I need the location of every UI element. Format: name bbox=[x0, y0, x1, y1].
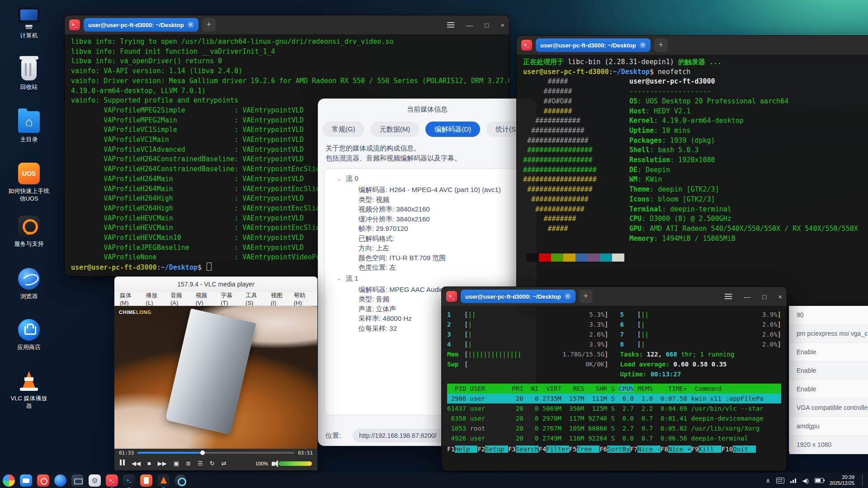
time-current: 01:33 bbox=[119, 450, 134, 456]
terminal1-titlebar[interactable]: >_ user@user-pc-ft-d3000: ~/Desktop✕ + —… bbox=[65, 15, 509, 34]
control-center-icon[interactable]: ⚙ bbox=[89, 474, 101, 487]
fkey-f3[interactable]: F3Search bbox=[508, 444, 538, 454]
terminal-window-htop[interactable]: >_ user@user-pc-ft-d3000: ~/Desktop✕ + —… bbox=[441, 286, 787, 471]
terminal2-tab[interactable]: user@user-pc-ft-d3000: ~/Desktop✕ bbox=[536, 38, 651, 52]
terminal1-tab[interactable]: user@user-pc-ft-d3000: ~/Desktop✕ bbox=[84, 18, 198, 32]
pause-button[interactable] bbox=[120, 457, 125, 470]
vlc-icon bbox=[18, 370, 40, 392]
loop-button[interactable]: ↻ bbox=[210, 457, 215, 470]
terminal2-titlebar[interactable]: >_ user@user-pc-ft-d3000: ~/Desktop✕ + bbox=[517, 36, 868, 55]
previous-button[interactable]: ◀◀ bbox=[132, 457, 141, 470]
dialog-tab-1[interactable]: 常规(G) bbox=[323, 122, 364, 137]
stop-button[interactable]: ■ bbox=[147, 457, 151, 470]
desktop-icon-browser[interactable]: 浏览器 bbox=[8, 268, 50, 300]
speaker-icon[interactable] bbox=[272, 462, 275, 466]
battery-icon[interactable] bbox=[815, 478, 824, 483]
process-row[interactable]: 61437 user 20 0 5069M 356M 125M S 2.7 2.… bbox=[447, 404, 781, 413]
app-store-icon[interactable] bbox=[37, 474, 49, 487]
process-table[interactable]: PID USER PRI NI VIRT RES SHR S CPU% MEM%… bbox=[447, 384, 781, 443]
document-viewer-icon[interactable] bbox=[140, 474, 152, 487]
volume-tray-icon[interactable]: ◀) bbox=[802, 477, 809, 484]
new-tab-button[interactable]: + bbox=[202, 18, 216, 32]
new-tab-button[interactable]: + bbox=[654, 38, 668, 52]
close-icon[interactable]: × bbox=[500, 21, 505, 29]
stream-property: 帧率: 29.970120 bbox=[325, 224, 529, 234]
seek-slider[interactable] bbox=[137, 452, 294, 454]
fkey-f6[interactable]: F6SortBy bbox=[599, 444, 630, 454]
launcher-icon[interactable] bbox=[3, 474, 15, 487]
vlc-menu-item-4[interactable]: 视频(V) bbox=[196, 291, 214, 306]
device-manager-window[interactable]: 90pm pciexpress msi vga_contrEnableEnabl… bbox=[789, 306, 868, 452]
network-icon[interactable] bbox=[790, 478, 797, 483]
stream-node[interactable]: ⌄流 0 bbox=[325, 173, 529, 185]
tab-close-icon[interactable]: ✕ bbox=[640, 42, 646, 48]
vlc-menu-item-1[interactable]: 媒体(M) bbox=[120, 291, 139, 306]
extended-settings-button[interactable]: ≣ bbox=[186, 457, 191, 470]
maximize-icon[interactable]: □ bbox=[762, 293, 766, 300]
desktop-icon-support[interactable]: 服务与支持 bbox=[8, 216, 50, 248]
keyboard-layout-icon[interactable] bbox=[776, 478, 784, 483]
browser-icon[interactable] bbox=[54, 474, 66, 487]
process-row[interactable]: 2986 user 20 0 2735M 157M 111M S 6.0 1.0… bbox=[447, 394, 781, 404]
maximize-icon[interactable]: □ bbox=[485, 21, 489, 29]
minimize-icon[interactable]: — bbox=[466, 21, 473, 29]
desktop: 计算机回收站主目录UOS如何快速上手统信UOS服务与支持浏览器应用商店VLC 媒… bbox=[0, 0, 868, 488]
fkey-f7[interactable]: F7Nice - bbox=[630, 444, 660, 454]
menu-icon[interactable] bbox=[447, 24, 454, 25]
tab-close-icon[interactable]: ✕ bbox=[188, 22, 194, 28]
volume-slider[interactable] bbox=[278, 461, 312, 466]
next-button[interactable]: ▶▶ bbox=[158, 457, 167, 470]
fullscreen-button[interactable]: ▣ bbox=[174, 457, 179, 470]
htop-tab[interactable]: user@user-pc-ft-d3000: ~/Desktop✕ bbox=[461, 290, 576, 303]
vlc-menu-item-5[interactable]: 字幕(T) bbox=[221, 291, 238, 306]
desktop-icon-uos-guide[interactable]: UOS如何快速上手统信UOS bbox=[8, 163, 50, 202]
terminal-icon[interactable]: >_ bbox=[106, 474, 118, 487]
dialog-tab-3[interactable]: 编解码器(D) bbox=[425, 122, 480, 137]
process-row[interactable]: 4926 user 20 0 2749M 116M 92264 S 0.0 0.… bbox=[447, 433, 781, 443]
file-manager-icon[interactable] bbox=[20, 474, 32, 487]
clock[interactable]: 20:39 2025/12/25 bbox=[830, 474, 854, 486]
fkey-f1[interactable]: F1Help bbox=[447, 444, 477, 454]
desktop-icon-computer[interactable]: 计算机 bbox=[8, 7, 50, 39]
new-tab-button[interactable]: + bbox=[579, 290, 593, 303]
fkey-f8[interactable]: F8Nice + bbox=[660, 444, 691, 454]
dark-terminal-icon[interactable]: >_ bbox=[123, 474, 135, 487]
fkey-f4[interactable]: F4Filter bbox=[538, 444, 569, 454]
camera-icon[interactable] bbox=[175, 474, 187, 487]
seek-handle[interactable] bbox=[200, 450, 205, 455]
vlc-window[interactable]: 157.9.4 - VLC media player 媒体(M)播放(L)音频(… bbox=[114, 277, 317, 470]
fkey-f5[interactable]: F5Tree bbox=[569, 444, 599, 454]
shuffle-button[interactable]: ⇄ bbox=[222, 457, 226, 470]
mail-icon[interactable] bbox=[71, 474, 84, 487]
desktop-icon-app-store[interactable]: 应用商店 bbox=[8, 319, 50, 351]
vlc-menu-item-7[interactable]: 视图(I) bbox=[271, 291, 287, 306]
vlc-menu-item-6[interactable]: 工具(S) bbox=[245, 291, 264, 306]
vlc-taskbar-icon[interactable] bbox=[157, 474, 170, 487]
process-row[interactable]: 6358 user 20 0 2970M 117M 92740 S 0.0 0.… bbox=[447, 413, 781, 423]
vlc-menu-item-8[interactable]: 帮助(H) bbox=[294, 291, 312, 306]
close-icon[interactable]: × bbox=[778, 293, 782, 300]
show-desktop-button[interactable] bbox=[862, 474, 865, 486]
vlc-menu-item-2[interactable]: 播放(L) bbox=[146, 291, 163, 306]
desktop-icon-label: 如何快速上手统信UOS bbox=[8, 187, 50, 202]
terminal-window-neofetch[interactable]: >_ user@user-pc-ft-d3000: ~/Desktop✕ + 正… bbox=[516, 35, 868, 307]
desktop-icon-home-folder[interactable]: 主目录 bbox=[8, 111, 50, 143]
playlist-button[interactable]: ☰ bbox=[198, 457, 203, 470]
dialog-tab-2[interactable]: 元数据(M) bbox=[371, 122, 420, 137]
tab-close-icon[interactable]: ✕ bbox=[565, 293, 571, 300]
cpu-meters: 1[||5.3%]5[||3.9%]2[|3.3%]6[|2.6%]3[|2.6… bbox=[447, 310, 781, 379]
function-key-bar[interactable]: F1Help F2Setup F3SearchF4FilterF5Tree F6… bbox=[447, 444, 781, 454]
desktop-icon-vlc[interactable]: VLC 媒体播放器 bbox=[8, 370, 50, 410]
process-row[interactable]: 1053 root 20 0 2767M 105M 68860 S 2.7 0.… bbox=[447, 423, 781, 433]
minimize-icon[interactable]: — bbox=[744, 293, 750, 300]
fkey-f9[interactable]: F9Kill bbox=[691, 444, 722, 454]
vlc-video-area[interactable]: CHIMELONG bbox=[114, 306, 317, 449]
menu-icon[interactable] bbox=[725, 296, 732, 297]
fkey-f2[interactable]: F2Setup bbox=[477, 444, 508, 454]
htop-titlebar[interactable]: >_ user@user-pc-ft-d3000: ~/Desktop✕ + —… bbox=[442, 287, 787, 306]
fkey-f10[interactable]: F10Quit bbox=[722, 444, 756, 454]
stream-node[interactable]: ⌄流 1 bbox=[325, 272, 529, 285]
vlc-menu-item-3[interactable]: 音频(A) bbox=[170, 291, 189, 306]
tray-expand-icon[interactable]: ∧ bbox=[766, 477, 770, 484]
desktop-icon-trash[interactable]: 回收站 bbox=[8, 59, 50, 91]
